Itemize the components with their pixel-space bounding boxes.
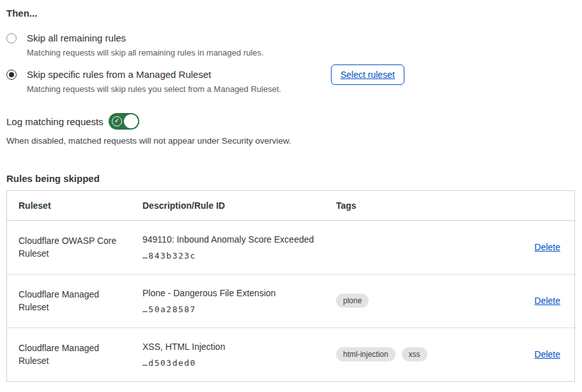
delete-rule-link[interactable]: Delete [535,349,560,359]
tag-pill: html-injection [336,347,395,361]
table-row: Cloudflare Managed Ruleset XSS, HTML Inj… [7,328,576,381]
column-header-description-rule-id: Description/Rule ID [142,191,336,220]
tag-pill: plone [336,294,369,308]
rules-being-skipped-table: Ruleset Description/Rule ID Tags Cloudfl… [7,191,576,381]
log-matching-requests-toggle[interactable]: ✓ [109,113,139,130]
rule-description: XSS, HTML Injection [142,342,336,352]
delete-rule-link[interactable]: Delete [535,242,560,252]
radio-button-selected[interactable] [6,70,17,80]
table-row: Cloudflare Managed Ruleset Plone - Dange… [7,274,576,328]
tag-pill: xss [402,347,427,361]
option-description: Matching requests will skip all remainin… [27,48,264,58]
ruleset-name: Cloudflare Managed Ruleset [7,274,142,328]
log-matching-requests-label: Log matching requests [6,116,103,127]
rule-description-cell: 949110: Inbound Anomaly Score Exceeded …… [142,220,336,274]
rule-description: Plone - Dangerous File Extension [142,288,336,299]
select-ruleset-button[interactable]: Select ruleset [331,64,404,85]
rules-table-container: Ruleset Description/Rule ID Tags Cloudfl… [6,190,575,382]
rule-description-cell: XSS, HTML Injection …d503ded0 [142,328,336,381]
rule-id: …d503ded0 [142,358,336,368]
column-header-ruleset: Ruleset [7,191,142,220]
rule-actions-cell: Delete [483,328,576,381]
column-header-actions [483,191,576,220]
check-icon: ✓ [112,116,122,126]
option-label: Skip all remaining rules [27,32,264,44]
table-header-row: Ruleset Description/Rule ID Tags [7,191,576,220]
rule-id: …843b323c [142,251,336,260]
rules-being-skipped-heading: Rules being skipped [6,173,575,184]
waf-rule-action-panel: Then... Skip all remaining rules Matchin… [0,0,582,382]
option-description: Matching requests will skip rules you se… [27,84,281,94]
option-text: Skip all remaining rules Matching reques… [27,32,264,58]
delete-rule-link[interactable]: Delete [535,296,560,306]
rule-id: …50a28587 [142,305,336,314]
rule-tags-cell: plone [336,274,483,328]
rule-description-cell: Plone - Dangerous File Extension …50a285… [142,274,336,328]
log-matching-requests-row: Log matching requests ✓ [6,113,575,130]
radio-option-skip-all-remaining-rules[interactable]: Skip all remaining rules Matching reques… [6,32,575,58]
then-heading: Then... [6,8,575,19]
radio-option-skip-specific-rules[interactable]: Skip specific rules from a Managed Rules… [6,68,575,94]
rule-tags-cell [336,220,483,274]
ruleset-name: Cloudflare Managed Ruleset [7,328,142,381]
log-matching-requests-description: When disabled, matched requests will not… [6,135,575,146]
rule-tags-cell: html-injection xss [336,328,483,381]
option-text: Skip specific rules from a Managed Rules… [27,68,281,94]
rule-actions-cell: Delete [483,274,576,328]
rule-actions-cell: Delete [483,220,576,274]
column-header-tags: Tags [336,191,483,220]
radio-button-unselected[interactable] [6,33,17,43]
toggle-knob[interactable] [124,114,138,128]
option-label: Skip specific rules from a Managed Rules… [27,68,281,80]
table-row: Cloudflare OWASP Core Ruleset 949110: In… [7,220,576,274]
rule-description: 949110: Inbound Anomaly Score Exceeded [142,234,336,245]
ruleset-name: Cloudflare OWASP Core Ruleset [7,220,142,274]
